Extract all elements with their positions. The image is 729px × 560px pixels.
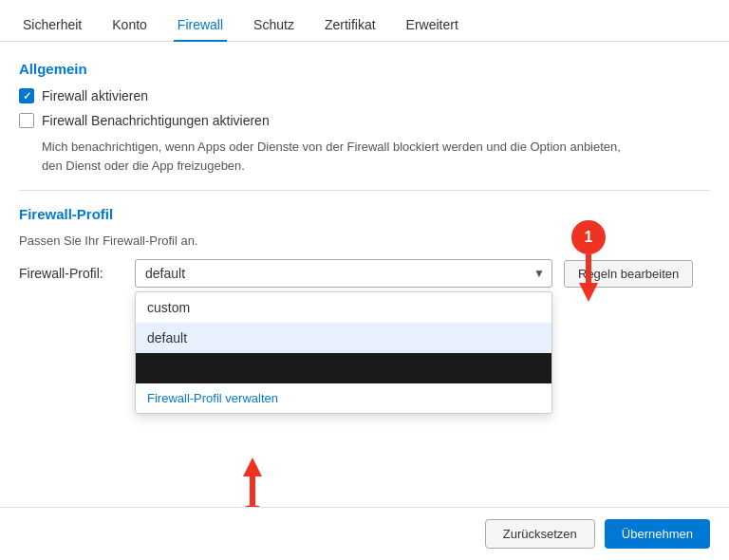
arrow-1-stem bbox=[586, 254, 591, 283]
firewall-notifications-label: Firewall Benachrichtigungen aktivieren bbox=[42, 113, 270, 128]
nav-item-schutz[interactable]: Schutz bbox=[250, 9, 298, 42]
nav-item-zertifikat[interactable]: Zertifikat bbox=[321, 9, 380, 42]
apply-button[interactable]: Übernehmen bbox=[605, 519, 710, 549]
arrow-1-badge: 1 bbox=[571, 220, 606, 254]
nav-item-sicherheit[interactable]: Sicherheit bbox=[19, 9, 85, 42]
profile-description: Passen Sie Ihr Firewall-Profil an. bbox=[19, 233, 710, 248]
arrow-2-stem bbox=[250, 476, 255, 505]
dropdown-item-default[interactable]: default bbox=[136, 323, 551, 353]
firewall-notifications-row: Firewall Benachrichtigungen aktivieren bbox=[19, 113, 710, 128]
profile-select[interactable]: default bbox=[135, 259, 552, 288]
bottom-bar: Zurücksetzen Übernehmen bbox=[0, 507, 729, 560]
profile-heading: Firewall-Profil bbox=[19, 206, 710, 222]
arrow-1-head bbox=[579, 283, 598, 302]
arrow-2-head bbox=[243, 457, 262, 476]
dropdown-item-blocked[interactable] bbox=[136, 353, 551, 383]
manage-profile-link[interactable]: Firewall-Profil verwalten bbox=[136, 383, 551, 413]
firewall-activate-label: Firewall aktivieren bbox=[42, 88, 148, 103]
main-content: Allgemein Firewall aktivieren Firewall B… bbox=[0, 42, 729, 307]
nav-item-konto[interactable]: Konto bbox=[108, 9, 151, 42]
nav-item-firewall[interactable]: Firewall bbox=[174, 9, 227, 42]
dropdown-item-custom[interactable]: custom bbox=[136, 292, 551, 323]
firewall-profile-section: Firewall-Profil Passen Sie Ihr Firewall-… bbox=[19, 206, 710, 288]
profile-label: Firewall-Profil: bbox=[19, 266, 123, 281]
profile-dropdown-popup: custom default Firewall-Profil verwalten bbox=[135, 291, 552, 414]
general-heading: Allgemein bbox=[19, 61, 710, 77]
nav-item-erweitert[interactable]: Erweitert bbox=[402, 9, 462, 42]
firewall-activate-checkbox[interactable] bbox=[19, 88, 34, 103]
section-divider-1 bbox=[19, 190, 710, 191]
firewall-activate-row: Firewall aktivieren bbox=[19, 88, 710, 103]
firewall-notifications-checkbox[interactable] bbox=[19, 113, 34, 128]
firewall-info-text: Mich benachrichtigen, wenn Apps oder Die… bbox=[42, 138, 630, 175]
top-navigation: Sicherheit Konto Firewall Schutz Zertifi… bbox=[0, 0, 729, 42]
profile-row: Firewall-Profil: default ▼ custom defaul… bbox=[19, 259, 710, 288]
general-section: Allgemein Firewall aktivieren Firewall B… bbox=[19, 61, 710, 175]
reset-button[interactable]: Zurücksetzen bbox=[485, 519, 595, 549]
arrow-1-container: 1 bbox=[571, 220, 606, 302]
profile-select-wrapper: default ▼ custom default Firewall-Profil… bbox=[135, 259, 552, 288]
